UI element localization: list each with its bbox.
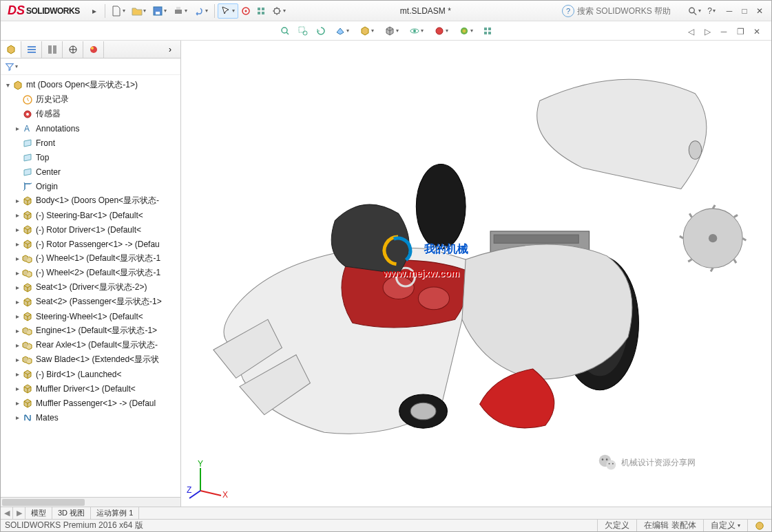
tree-item[interactable]: Top	[1, 150, 180, 164]
options-button[interactable]	[253, 3, 269, 19]
tree-item[interactable]: ▸Muffler Passenger<1> -> (Defaul	[1, 396, 180, 410]
fm-tab-dimxpert[interactable]	[63, 41, 83, 58]
new-file-button[interactable]: ▾	[108, 3, 129, 19]
tree-item[interactable]: 历史记录	[1, 92, 180, 107]
tree-item[interactable]: Front	[1, 136, 180, 150]
save-button[interactable]: ▾	[149, 3, 170, 19]
maximize-button[interactable]: □	[737, 3, 752, 19]
tree-item-label: Center	[36, 167, 61, 177]
zoom-area-button[interactable]	[295, 23, 311, 39]
tree-item-label: Saw Blade<1> (Extended<显示状	[36, 354, 159, 365]
tree-item[interactable]: Origin	[1, 179, 180, 193]
tree-item[interactable]: ▸Rear Axle<1> (Default<显示状态-	[1, 338, 180, 352]
fm-tab-property[interactable]	[21, 41, 42, 58]
tab-scroll-left[interactable]: ◀	[1, 507, 13, 519]
apply-scene-button[interactable]: ▾	[455, 23, 478, 39]
feature-tree[interactable]: ▾ mt (Doors Open<显示状态-1>) 历史记录传感器▸AAnnot…	[1, 75, 180, 497]
mdi-minimize-icon[interactable]: ─	[718, 25, 730, 38]
mdi-next-icon[interactable]: ▷	[701, 25, 713, 38]
footer-watermark: 机械设计资源分享网	[598, 453, 696, 472]
close-button[interactable]: ✕	[752, 3, 767, 19]
part-icon	[21, 281, 34, 294]
tree-item[interactable]: ▸Muffler Driver<1> (Default<	[1, 381, 180, 396]
separator	[105, 4, 105, 18]
status-defined: 欠定义	[597, 520, 636, 531]
tree-item[interactable]: ▸(-) Steering-Bar<1> (Default<	[1, 208, 180, 222]
tree-item-label: Muffler Passenger<1> -> (Defaul	[36, 398, 156, 408]
undo-button[interactable]: ▾	[191, 3, 211, 19]
status-bar: SOLIDWORKS Premium 2016 x64 版 欠定义 在编辑 装配…	[1, 519, 771, 531]
print-button[interactable]: ▾	[170, 3, 191, 19]
menu-toggle[interactable]: ▸	[87, 3, 102, 19]
tab-scroll-right[interactable]: ▶	[13, 507, 25, 519]
plane-icon	[21, 166, 34, 178]
zoom-fit-button[interactable]	[277, 23, 293, 39]
status-icon[interactable]	[747, 520, 771, 531]
edit-appearance-button[interactable]: ▾	[430, 23, 453, 39]
tree-item[interactable]: ▸Seat<1> (Driver<显示状态-2>)	[1, 280, 180, 295]
fm-tab-more[interactable]: ›	[160, 41, 180, 58]
tree-item[interactable]: ▸Steering-Wheel<1> (Default<	[1, 309, 180, 323]
search-area: ? ▾ ?▾ ─ □ ✕	[562, 3, 771, 19]
tree-item[interactable]: 传感器	[1, 107, 180, 121]
mdi-close-icon[interactable]: ✕	[751, 25, 763, 38]
tree-item[interactable]: ▸(-) Rotor Passenger<1> -> (Defau	[1, 237, 180, 251]
tree-item[interactable]: ▸(-) Wheel<1> (Default<显示状态-1	[1, 251, 180, 266]
tree-item[interactable]: ▸Seat<2> (Passenger<显示状态-1>	[1, 295, 180, 309]
fm-tab-tree[interactable]	[1, 41, 21, 58]
tab-model[interactable]: 模型	[25, 507, 52, 519]
help-icon[interactable]: ?	[562, 5, 574, 17]
search-button[interactable]: ▾	[687, 4, 701, 18]
tree-item[interactable]: ▸AAnnotations	[1, 121, 180, 136]
tab-motion[interactable]: 运动算例 1	[91, 507, 139, 519]
svg-point-17	[436, 28, 443, 34]
svg-rect-8	[258, 12, 260, 14]
minimize-button[interactable]: ─	[722, 3, 737, 19]
tree-item[interactable]: ▸Body<1> (Doors Open<显示状态-	[1, 193, 180, 208]
part-icon	[21, 209, 34, 222]
mdi-prev-icon[interactable]: ◁	[685, 25, 697, 38]
fm-tab-config[interactable]	[42, 41, 63, 58]
tree-item[interactable]: ▸(-) Rotor Driver<1> (Default<	[1, 222, 180, 237]
tree-item[interactable]: Center	[1, 164, 180, 179]
svg-rect-34	[53, 45, 56, 54]
select-tool[interactable]: ▾	[218, 3, 238, 19]
view-settings-button[interactable]	[479, 23, 496, 39]
open-file-button[interactable]: ▾	[129, 3, 149, 19]
settings-button[interactable]: ▾	[269, 3, 289, 19]
part-icon	[21, 368, 34, 381]
tree-item[interactable]: ▸Saw Blade<1> (Extended<显示状	[1, 352, 180, 367]
previous-view-button[interactable]	[313, 23, 329, 39]
svg-point-70	[602, 458, 604, 460]
rebuild-button[interactable]	[238, 3, 253, 19]
section-view-button[interactable]: ▾	[331, 23, 354, 39]
tree-item-label: (-) Rotor Passenger<1> -> (Defau	[36, 240, 160, 249]
tree-scrollbar[interactable]	[1, 497, 180, 507]
help-dropdown[interactable]: ?▾	[701, 3, 722, 19]
tree-item-label: Seat<2> (Passenger<显示状态-1>	[36, 296, 162, 308]
tree-root[interactable]: ▾ mt (Doors Open<显示状态-1>)	[1, 78, 180, 92]
search-input[interactable]	[577, 6, 687, 16]
status-custom[interactable]: 自定义 ▾	[703, 520, 747, 531]
svg-point-40	[26, 113, 29, 116]
tree-item[interactable]: ▸(-) Wheel<2> (Default<显示状态-1	[1, 266, 180, 280]
tab-3dview[interactable]: 3D 视图	[52, 507, 91, 519]
svg-point-72	[609, 463, 610, 465]
tree-item-label: 传感器	[36, 108, 61, 120]
feature-filter[interactable]: ▾	[1, 58, 180, 75]
view-orientation-button[interactable]: ▾	[355, 23, 379, 39]
svg-point-12	[282, 28, 287, 33]
tree-item-label: (-) Wheel<1> (Default<显示状态-1	[36, 253, 160, 264]
hide-show-button[interactable]: ▾	[405, 23, 428, 39]
tree-item[interactable]: ▸Engine<1> (Default<显示状态-1>	[1, 323, 180, 338]
tree-item-label: Body<1> (Doors Open<显示状态-	[36, 195, 159, 206]
fm-tab-display[interactable]	[83, 41, 104, 58]
tree-item-label: Engine<1> (Default<显示状态-1>	[36, 325, 157, 337]
tree-item[interactable]: ▸(-) Bird<1> (Launched<	[1, 367, 180, 381]
graphics-viewport[interactable]: 我的机械 www.mejxw.com Y X Z 机械设计资源分享网	[181, 41, 771, 507]
asm-icon	[21, 325, 34, 337]
tree-item-label: Annotations	[36, 124, 79, 134]
tree-item[interactable]: ▸Mates	[1, 410, 180, 425]
display-style-button[interactable]: ▾	[380, 23, 404, 39]
mdi-restore-icon[interactable]: ❐	[734, 25, 747, 38]
